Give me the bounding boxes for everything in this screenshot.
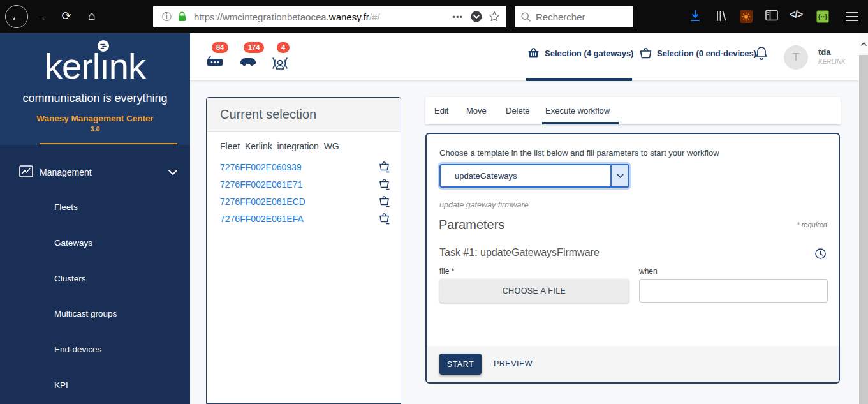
- vehicle-icon: [239, 55, 258, 66]
- broadcast-user-icon: [272, 55, 288, 70]
- active-tab-underline: [542, 122, 619, 124]
- logo-text: kerl: [45, 46, 99, 86]
- url-path: /#/: [369, 11, 380, 22]
- forward-button[interactable]: →: [33, 9, 48, 24]
- lock-icon[interactable]: [178, 11, 186, 22]
- sidebar-item-kpi[interactable]: KPI: [54, 380, 68, 390]
- product-version: 3.0: [0, 125, 190, 133]
- workflow-footer: START PREVIEW: [427, 346, 839, 382]
- logo-tagline: communication is everything: [0, 92, 190, 105]
- scrollbar-thumb[interactable]: [859, 55, 868, 404]
- avatar-initial: T: [793, 51, 799, 64]
- user-name[interactable]: tda: [818, 47, 831, 57]
- choose-file-button[interactable]: CHOOSE A FILE: [439, 279, 629, 303]
- gateway-row: 7276FF002E060939: [220, 158, 390, 176]
- tab-move[interactable]: Move: [466, 106, 487, 116]
- gateway-row: 7276FF002E061EFA: [220, 210, 390, 227]
- pocket-icon[interactable]: [471, 11, 482, 22]
- url-text: https://wmcintegrationbetaocea.wanesy.fr…: [194, 11, 380, 22]
- logo-i: ı: [99, 46, 109, 86]
- app-header: 84 174 4 Selection (4 gateways) Selectio…: [190, 33, 859, 81]
- remove-from-selection-icon[interactable]: [379, 195, 390, 207]
- template-description: update gateway firmware: [439, 200, 529, 209]
- bookmark-star-icon[interactable]: [489, 11, 500, 22]
- start-button[interactable]: START: [439, 354, 482, 375]
- sidebar-item-label: Management: [40, 167, 92, 177]
- search-bar[interactable]: [515, 6, 633, 27]
- gateway-row: 7276FF002E061E71: [220, 176, 390, 193]
- tab-execute-workflow[interactable]: Execute workflow: [545, 106, 610, 116]
- task-title: Task #1: updateGatewaysFirmware: [439, 247, 600, 258]
- back-button[interactable]: ←: [5, 5, 28, 28]
- select-arrow-segment[interactable]: [610, 165, 628, 186]
- template-select[interactable]: updateGateways: [439, 164, 629, 188]
- action-tabs: Edit Move Delete Execute workflow: [425, 97, 841, 124]
- gateway-link[interactable]: 7276FF002E060939: [220, 162, 302, 172]
- downloads-icon[interactable]: [689, 10, 702, 22]
- current-selection-title: Current selection: [220, 107, 316, 122]
- extension-green-icon[interactable]: {··}: [816, 10, 829, 23]
- basket-outline-icon: [640, 47, 652, 59]
- basket-filled-icon: [527, 47, 540, 59]
- sidebar-item-fleets[interactable]: Fleets: [54, 202, 78, 212]
- sidebar-item-management[interactable]: Management: [0, 163, 190, 182]
- schedule-clock-icon[interactable]: [815, 248, 826, 259]
- extension-orange-icon[interactable]: [740, 10, 753, 23]
- avatar[interactable]: T: [784, 45, 808, 70]
- selection-gateways-button[interactable]: Selection (4 gateways): [527, 47, 633, 59]
- gateway-link[interactable]: 7276FF002E061E71: [220, 179, 302, 190]
- scroll-up-button[interactable]: [859, 33, 868, 55]
- reload-button[interactable]: ⟳: [59, 8, 74, 24]
- url-host: https://wmcintegrationbetaocea: [194, 11, 327, 22]
- selection-end-devices-button[interactable]: Selection (0 end-devices): [640, 47, 756, 59]
- file-field-label: file *: [439, 267, 454, 276]
- remove-from-selection-icon[interactable]: [379, 161, 390, 173]
- sidebar-toggle-icon[interactable]: [765, 10, 778, 21]
- home-button[interactable]: ⌂: [84, 8, 99, 24]
- sidebar-item-end-devices[interactable]: End-devices: [54, 345, 101, 354]
- gateway-router-icon: [207, 55, 223, 66]
- parameters-title: Parameters: [439, 218, 504, 232]
- chevron-up-icon: [861, 42, 867, 46]
- menu-icon[interactable]: [846, 11, 858, 22]
- search-input[interactable]: [536, 11, 619, 22]
- sidebar-branding: kerlınk communication is everything Wane…: [0, 33, 190, 145]
- remove-from-selection-icon[interactable]: [379, 178, 390, 190]
- gateway-link[interactable]: 7276FF002E061EFA: [220, 214, 304, 224]
- template-selected-value: updateGateways: [441, 165, 610, 186]
- page-actions-icon[interactable]: •••: [452, 12, 463, 22]
- browser-toolbar: ← → ⟳ ⌂ ⓘ https://wmcintegrationbetaocea…: [0, 0, 868, 33]
- sidebar-item-clusters[interactable]: Clusters: [54, 274, 86, 283]
- tab-edit[interactable]: Edit: [434, 106, 448, 116]
- url-bar[interactable]: ⓘ https://wmcintegrationbetaocea.wanesy.…: [153, 6, 506, 27]
- count-badge: 4: [277, 42, 290, 53]
- sidebar-item-gateways[interactable]: Gateways: [54, 238, 92, 248]
- home-icon: ⌂: [88, 9, 95, 23]
- selection-end-devices-label: Selection (0 end-devices): [657, 49, 756, 58]
- reload-icon: ⟳: [61, 9, 71, 23]
- when-input[interactable]: [639, 279, 828, 303]
- logo-text-end: nk: [109, 46, 145, 86]
- kerlink-logo: kerlınk: [0, 47, 190, 86]
- chevron-down-icon[interactable]: [168, 170, 177, 175]
- current-selection-header: Current selection: [207, 98, 401, 132]
- count-badge: 174: [244, 42, 264, 53]
- gold-divider: [40, 143, 177, 144]
- sidebar: kerlınk communication is everything Wane…: [0, 33, 190, 404]
- library-icon[interactable]: [715, 10, 728, 22]
- active-selection-underline: [526, 78, 632, 81]
- tab-delete[interactable]: Delete: [506, 106, 530, 116]
- remove-from-selection-icon[interactable]: [379, 213, 390, 225]
- sidebar-item-multicast-groups[interactable]: Multicast groups: [54, 309, 117, 318]
- code-inspector-icon[interactable]: </>: [790, 9, 802, 20]
- gateway-link[interactable]: 7276FF002E061ECD: [220, 197, 305, 207]
- application-window: ← → ⟳ ⌂ ⓘ https://wmcintegrationbetaocea…: [0, 0, 868, 404]
- notifications-bell-icon[interactable]: [755, 46, 768, 63]
- workflow-instructions: Choose a template in the list below and …: [439, 148, 719, 158]
- gateway-status-badge[interactable]: 84: [207, 42, 239, 74]
- broadcast-status-badge[interactable]: 4: [272, 42, 304, 74]
- site-info-icon[interactable]: ⓘ: [162, 11, 172, 23]
- url-domain: .wanesy.fr: [327, 11, 369, 22]
- preview-button[interactable]: PREVIEW: [494, 359, 533, 368]
- vehicle-status-badge[interactable]: 174: [239, 42, 270, 74]
